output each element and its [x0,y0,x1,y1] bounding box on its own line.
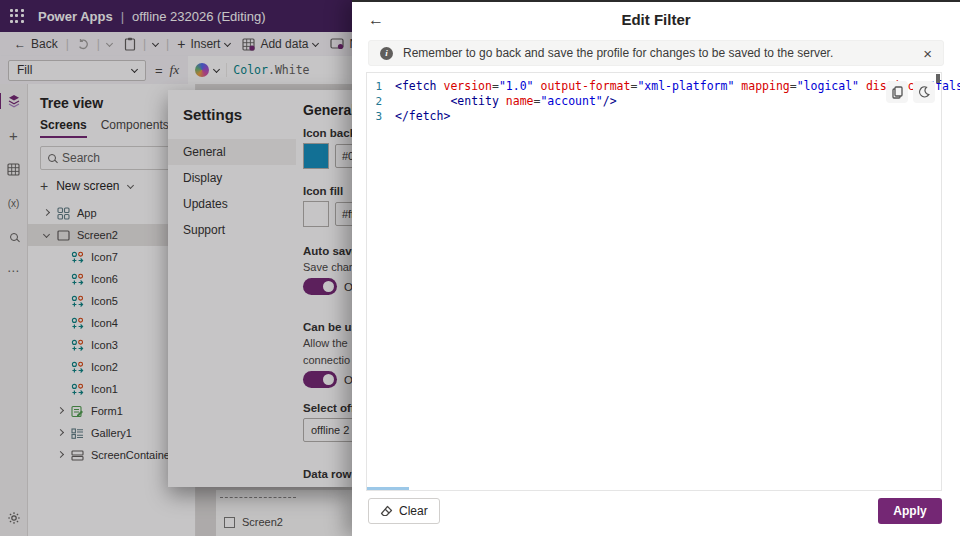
new-screen-icon [330,38,344,50]
icons-icon [70,272,84,286]
code-line[interactable]: 1<fetch version="1.0" output-format="xml… [367,79,941,94]
screen-chip-label: Screen2 [242,516,283,528]
apply-button[interactable]: Apply [878,498,942,524]
tree-item-label: Icon2 [91,361,118,373]
data-rail-button[interactable] [6,161,22,177]
line-number: 1 [367,79,395,94]
chevron-right-icon[interactable] [58,454,70,457]
search-placeholder: Search [62,151,100,165]
data-row-label: Data row [303,468,352,480]
chevron-down-icon [213,65,220,72]
tree-item-label: Icon4 [91,317,118,329]
offline-profile-dropdown[interactable]: offline 2 [303,418,352,442]
title-divider: | [121,9,124,24]
icon-background-label: Icon backg [303,127,352,139]
paste-button[interactable]: | [118,32,164,56]
form-icon [70,404,84,418]
search-rail-button[interactable] [6,229,22,245]
formula-text: Color.White [233,63,309,77]
add-data-button[interactable]: Add data [236,32,324,56]
moon-icon [918,86,930,98]
copy-icon [892,86,903,99]
copy-code-button[interactable] [886,81,908,103]
close-icon[interactable]: × [923,46,932,61]
copilot-button[interactable] [195,63,227,77]
chevron-down-icon [127,181,134,188]
insert-rail-button[interactable]: + [6,127,22,143]
vertical-scrollbar-thumb[interactable] [936,74,940,83]
plus-icon: + [9,127,18,144]
line-number: 2 [367,94,395,109]
undo-icon [77,38,90,51]
profile-label: Select offl [303,402,352,414]
code-lines: 1<fetch version="1.0" output-format="xml… [367,73,941,124]
theme-toggle-button[interactable] [913,81,935,103]
settings-nav-display[interactable]: Display [168,165,296,191]
icons-icon [70,316,84,330]
fx-icon: fx [170,62,180,78]
chevron-right-icon[interactable] [44,212,56,215]
settings-rail-button[interactable] [6,510,22,526]
app-launcher-waffle-icon[interactable] [10,9,24,23]
auto-save-toggle[interactable] [303,278,337,295]
icon-background-input[interactable]: #0 [335,144,352,168]
offline-toggle[interactable] [303,371,337,388]
settings-nav-general[interactable]: General [168,139,296,165]
info-banner: i Remember to go back and save the profi… [368,40,944,66]
edit-filter-panel: ← Edit Filter i Remember to go back and … [352,0,960,536]
container-icon [70,448,84,462]
auto-save-description: Save chang [303,261,352,273]
edit-filter-title: Edit Filter [352,11,960,28]
variables-rail-button[interactable]: (x) [6,195,22,211]
screen-thumbnail-chip[interactable]: Screen2 [224,516,283,528]
tree-item-label: Screen2 [77,229,118,241]
code-line[interactable]: 2 <entity name="account"/> [367,94,941,109]
search-input[interactable]: Search [40,146,183,170]
code-text: <entity name="account"/> [395,94,617,109]
more-rail-button[interactable]: ⋯ [6,263,22,279]
clear-button[interactable]: Clear [368,498,440,524]
line-number: 3 [367,109,395,124]
icons-icon [70,250,84,264]
tab-screens[interactable]: Screens [40,118,87,138]
settings-title: Settings [168,90,296,139]
chevron-down-icon [312,39,319,46]
info-icon: i [380,47,393,60]
chevron-right-icon[interactable] [58,432,70,435]
property-selector-dropdown[interactable]: Fill [8,60,146,81]
eraser-icon [380,505,393,517]
chevron-down-icon [106,39,113,46]
chevron-down-icon [152,39,159,46]
settings-nav-updates[interactable]: Updates [168,191,296,217]
copilot-icon [195,63,209,77]
chevron-right-icon[interactable] [58,410,70,413]
command-bar: ← Back | | | | + Insert Add data N [0,32,352,56]
fetchxml-code-editor[interactable]: 1<fetch version="1.0" output-format="xml… [366,72,942,491]
tree-item-label: Icon5 [91,295,118,307]
variables-icon: (x) [8,198,20,209]
divider: | [166,37,169,51]
canvas-screen: Screen2 [216,490,352,536]
formula-input[interactable]: Color.White [188,56,352,84]
more-ellipsis-icon: ⋯ [7,264,20,278]
back-button[interactable]: ← Back [8,32,64,56]
info-banner-text: Remember to go back and save the profile… [403,46,833,60]
gear-icon [7,511,21,525]
icon-background-swatch[interactable] [303,143,329,169]
title-bar: Power Apps | offline 232026 (Editing) [0,0,352,32]
chevron-down-icon[interactable] [44,234,56,237]
auto-save-label: Auto save [303,245,352,257]
tree-item-label: Icon1 [91,383,118,395]
offline-state: O [344,374,352,386]
icon-fill-input[interactable]: #ff [335,202,352,226]
insert-menu-button[interactable]: + Insert [171,32,236,56]
clipboard-icon [124,37,136,51]
tab-components[interactable]: Components [101,118,169,138]
icon-fill-swatch[interactable] [303,201,329,227]
settings-content: General Icon backg #0 Icon fill #ff Auto… [303,90,352,487]
tree-view-rail-button[interactable] [6,93,22,109]
code-line[interactable]: 3</fetch> [367,109,941,124]
undo-button[interactable]: | [71,32,118,56]
settings-nav-support[interactable]: Support [168,217,296,243]
horizontal-scrollbar-thumb[interactable] [367,487,409,490]
